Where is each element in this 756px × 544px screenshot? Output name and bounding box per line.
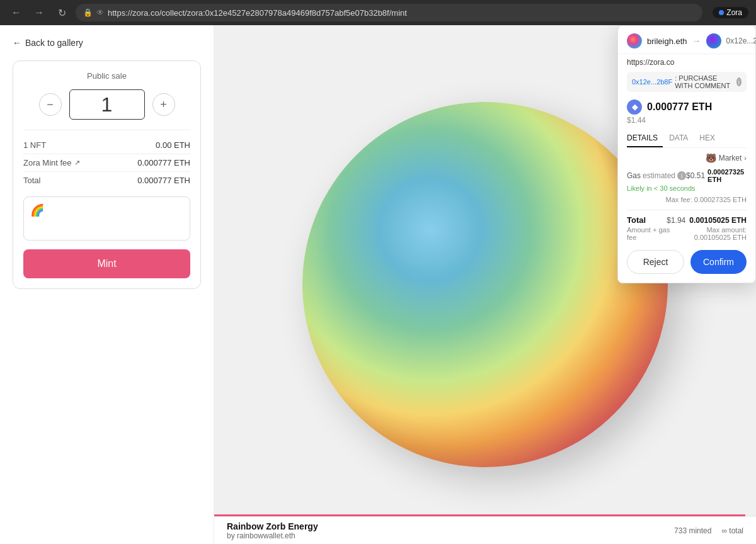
gas-max-label: Max fee: — [666, 196, 692, 203]
total-max-row: Max amount: 0.00105025 ETH — [671, 226, 747, 241]
wallet-amount-row: ◆ 0.000777 ETH — [618, 94, 755, 116]
gas-label: Gas estimated i — [627, 171, 686, 180]
market-emoji: 🐻 — [706, 153, 716, 163]
gas-usd: $0.51 0.00027325 ETH — [686, 168, 747, 183]
minus-icon: − — [47, 98, 54, 111]
total-sub-row: Amount + gas fee Max amount: 0.00105025 … — [627, 226, 747, 241]
page-body: ← Back to gallery Public sale − + 1 NFT … — [0, 25, 756, 544]
gas-estimated-label: estimated — [643, 171, 675, 180]
from-avatar — [627, 33, 642, 48]
plus-icon: + — [160, 98, 167, 111]
quantity-row: − + — [23, 89, 190, 120]
price-row-total: Total 0.000777 ETH — [23, 172, 190, 189]
zora-extension-badge[interactable]: Zora — [713, 7, 748, 18]
confirm-button[interactable]: Confirm — [690, 250, 747, 274]
gas-likely: Likely in < 30 seconds — [627, 184, 747, 192]
minted-total: ∞ total — [721, 526, 743, 535]
mint-button[interactable]: Mint — [23, 249, 190, 278]
browser-chrome: ← → ↻ 🔒 👁 https://zora.co/collect/zora:0… — [0, 0, 756, 25]
wallet-site: https://zora.co — [618, 54, 755, 71]
quantity-plus-button[interactable]: + — [152, 93, 175, 116]
gas-info-icon[interactable]: i — [677, 171, 686, 180]
market-label: Market — [719, 154, 742, 162]
browser-extensions: Zora — [707, 7, 748, 18]
minted-count: 733 minted — [674, 526, 711, 535]
to-address: 0x12e...2b8F — [726, 37, 756, 45]
tab-hex[interactable]: HEX — [699, 131, 720, 147]
external-link-icon: ↗ — [74, 159, 80, 167]
eth-amount: 0.000777 ETH — [647, 101, 712, 113]
back-arrow-icon: ← — [13, 38, 21, 48]
artwork-info: Rainbow Zorb Energy by rainbowwallet.eth — [227, 521, 318, 540]
nft-price: 0.00 ETH — [156, 140, 190, 150]
total-usd-value: $1.94 — [667, 216, 685, 225]
comment-emoji: 🌈 — [30, 204, 44, 217]
refresh-button[interactable]: ↻ — [53, 4, 71, 21]
total-max-label: Max amount: — [706, 226, 747, 234]
wallet-header: brileigh.eth → 0x12e...2b8F — [618, 26, 755, 54]
total-sub-label: Amount + gas fee — [627, 226, 671, 241]
nft-label: 1 NFT — [23, 140, 46, 150]
wallet-actions: Reject Confirm — [618, 242, 755, 275]
wallet-tabs: DETAILS DATA HEX — [627, 131, 747, 148]
zora-extension-label: Zora — [726, 8, 742, 17]
total-label: Total — [23, 176, 40, 185]
gas-main-row: Gas estimated i $0.51 0.00027325 ETH — [627, 168, 747, 183]
from-name: brileigh.eth — [647, 37, 687, 46]
gas-max-row: Max fee: 0.00027325 ETH — [627, 196, 747, 203]
url-text: https://zora.co/collect/zora:0x12e4527e2… — [108, 8, 407, 18]
sale-type-label: Public sale — [23, 71, 190, 81]
address-bar[interactable]: 🔒 👁 https://zora.co/collect/zora:0x12e45… — [76, 4, 702, 21]
price-row-nft: 1 NFT 0.00 ETH — [23, 137, 190, 154]
back-link-label: Back to gallery — [25, 38, 83, 48]
gas-section: Gas estimated i $0.51 0.00027325 ETH Lik… — [618, 166, 755, 206]
divider — [627, 210, 747, 210]
tag-address: 0x12e...2b8F — [632, 78, 672, 86]
security-icon: 🔒 — [83, 8, 93, 17]
market-arrow-icon: › — [744, 154, 747, 162]
eth-icon: ◆ — [627, 99, 642, 115]
market-row: 🐻 Market › — [618, 148, 755, 166]
tag-info-icon[interactable]: i — [736, 77, 742, 86]
forward-button[interactable]: → — [30, 4, 48, 21]
artwork-author: by rainbowwallet.eth — [227, 531, 318, 540]
rainbow-sphere-artwork — [302, 102, 668, 467]
fee-label: Zora Mint fee ↗ — [23, 158, 80, 167]
total-max-value: 0.00105025 ETH — [694, 234, 747, 241]
fee-price: 0.000777 ETH — [137, 158, 190, 167]
wallet-popup: brileigh.eth → 0x12e...2b8F https://zora… — [617, 25, 756, 283]
tracking-icon: 👁 — [96, 8, 104, 17]
usd-amount: $1.44 — [618, 116, 755, 125]
total-section: Total $1.94 0.00105025 ETH Amount + gas … — [618, 214, 755, 242]
total-main-label: Total — [627, 215, 646, 225]
quantity-input[interactable] — [69, 89, 145, 120]
zora-dot — [719, 10, 724, 15]
quantity-minus-button[interactable]: − — [39, 93, 62, 116]
artwork-title: Rainbow Zorb Energy — [227, 521, 318, 531]
total-amounts: $1.94 0.00105025 ETH — [667, 216, 747, 225]
main-content: Rainbow Zorb Energy by rainbowwallet.eth… — [214, 25, 756, 544]
gas-eth-value: 0.00027325 ETH — [707, 168, 747, 183]
gas-usd-value: $0.51 — [686, 171, 705, 180]
bottom-bar: Rainbow Zorb Energy by rainbowwallet.eth… — [214, 516, 756, 544]
back-button[interactable]: ← — [8, 4, 25, 21]
comment-box[interactable]: 🌈 — [23, 196, 190, 241]
transfer-arrow-icon: → — [692, 36, 701, 46]
left-panel: ← Back to gallery Public sale − + 1 NFT … — [0, 25, 214, 544]
gas-max-value: 0.00027325 ETH — [694, 196, 747, 203]
total-main-row: Total $1.94 0.00105025 ETH — [627, 215, 747, 225]
mint-card: Public sale − + 1 NFT 0.00 ETH Zora Mint… — [13, 60, 201, 289]
tag-action: : PURCHASE WITH COMMENT — [675, 74, 734, 89]
back-to-gallery-link[interactable]: ← Back to gallery — [13, 38, 201, 48]
to-avatar — [706, 33, 721, 48]
price-row-fee: Zora Mint fee ↗ 0.000777 ETH — [23, 154, 190, 172]
wallet-tag: 0x12e...2b8F : PURCHASE WITH COMMENT i — [627, 72, 747, 92]
mint-stats: 733 minted ∞ total — [674, 526, 743, 535]
reject-button[interactable]: Reject — [627, 250, 684, 274]
total-eth-value: 0.00105025 ETH — [689, 216, 747, 225]
tab-data[interactable]: DATA — [669, 131, 693, 147]
total-price: 0.000777 ETH — [137, 176, 190, 185]
tab-details[interactable]: DETAILS — [627, 131, 663, 147]
price-rows: 1 NFT 0.00 ETH Zora Mint fee ↗ 0.000777 … — [23, 130, 190, 189]
